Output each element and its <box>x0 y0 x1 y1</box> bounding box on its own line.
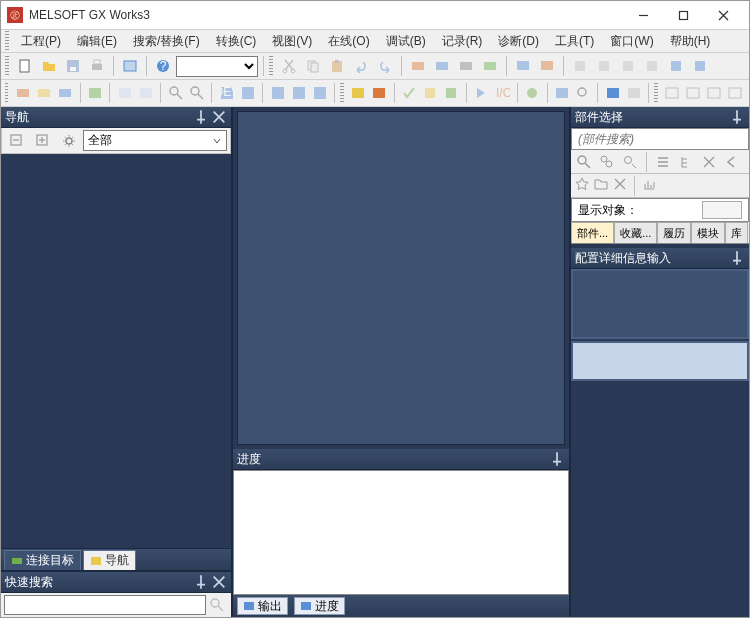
find-button[interactable] <box>166 82 185 104</box>
tb2-btn-6[interactable] <box>136 82 155 104</box>
collapse-all-button[interactable] <box>5 130 29 152</box>
star-icon[interactable] <box>574 176 590 195</box>
param-btn[interactable] <box>522 82 541 104</box>
settings-button[interactable] <box>57 130 81 152</box>
list-view-icon[interactable] <box>653 152 673 172</box>
menu-help[interactable]: 帮助(H) <box>663 30 718 53</box>
win-btn-3[interactable] <box>705 82 724 104</box>
tool-button-1[interactable] <box>569 55 591 77</box>
check-btn-2[interactable] <box>421 82 440 104</box>
step-btn-1[interactable] <box>472 82 491 104</box>
menu-convert[interactable]: 转换(C) <box>209 30 264 53</box>
open-button[interactable] <box>38 55 60 77</box>
menu-edit[interactable]: 编辑(E) <box>70 30 124 53</box>
parts-tab-lib[interactable]: 库 <box>725 222 748 243</box>
check-btn-3[interactable] <box>442 82 461 104</box>
prev-icon[interactable] <box>722 152 742 172</box>
close-icon[interactable] <box>699 152 719 172</box>
dev-btn-1[interactable]: DEV <box>217 82 236 104</box>
close-button[interactable] <box>703 4 743 26</box>
menu-tools[interactable]: 工具(T) <box>548 30 601 53</box>
quick-search-input[interactable] <box>4 595 206 615</box>
find-prev-icon[interactable] <box>620 152 640 172</box>
menu-debug[interactable]: 调试(B) <box>379 30 433 53</box>
expand-all-button[interactable] <box>31 130 55 152</box>
cut-button[interactable] <box>278 55 300 77</box>
find-all-icon[interactable] <box>597 152 617 172</box>
pin-icon[interactable] <box>729 109 745 125</box>
print-button[interactable] <box>86 55 108 77</box>
monitor-write-button[interactable] <box>536 55 558 77</box>
tb2-btn-4[interactable] <box>85 82 104 104</box>
tb2-btn-2[interactable] <box>34 82 53 104</box>
pin-icon[interactable] <box>549 451 565 467</box>
nav-filter-combo[interactable]: 全部 <box>83 130 227 151</box>
module-button[interactable] <box>119 55 141 77</box>
pin-icon[interactable] <box>193 109 209 125</box>
editor-canvas[interactable] <box>237 111 565 445</box>
parts-tab-module[interactable]: 模块 <box>691 222 725 243</box>
parts-search-input[interactable] <box>572 129 748 149</box>
config-detail-box[interactable] <box>571 269 749 339</box>
tool-button-2[interactable] <box>593 55 615 77</box>
win-btn-4[interactable] <box>726 82 745 104</box>
folder-icon[interactable] <box>593 176 609 195</box>
monitor-button[interactable] <box>512 55 534 77</box>
pin-icon[interactable] <box>729 250 745 266</box>
paste-button[interactable] <box>326 55 348 77</box>
save-button[interactable] <box>62 55 84 77</box>
help-search-combo[interactable] <box>176 56 258 77</box>
tb2-btn-3[interactable] <box>56 82 75 104</box>
chart-icon[interactable] <box>641 176 657 195</box>
menu-search[interactable]: 搜索/替换(F) <box>126 30 207 53</box>
remote-button[interactable] <box>479 55 501 77</box>
undo-button[interactable] <box>350 55 372 77</box>
menu-view[interactable]: 视图(V) <box>265 30 319 53</box>
sim-btn-2[interactable] <box>370 82 389 104</box>
help-button[interactable]: ? <box>152 55 174 77</box>
sim-btn-1[interactable] <box>349 82 368 104</box>
menu-window[interactable]: 窗口(W) <box>603 30 660 53</box>
layout-btn-1[interactable] <box>603 82 622 104</box>
menu-record[interactable]: 记录(R) <box>435 30 490 53</box>
parts-tab-history[interactable]: 履历 <box>657 222 691 243</box>
tab-output[interactable]: 输出 <box>237 597 288 615</box>
zoom-btn[interactable] <box>573 82 592 104</box>
tool-button-5[interactable] <box>665 55 687 77</box>
tb2-btn-1[interactable] <box>13 82 32 104</box>
tool-button-6[interactable] <box>689 55 711 77</box>
step-btn-2[interactable]: I/O <box>493 82 512 104</box>
win-btn-2[interactable] <box>684 82 703 104</box>
delete-icon[interactable] <box>612 176 628 195</box>
dev-btn-2[interactable] <box>238 82 257 104</box>
menu-diagnose[interactable]: 诊断(D) <box>491 30 546 53</box>
find-next-button[interactable] <box>187 82 206 104</box>
new-button[interactable] <box>14 55 36 77</box>
pin-icon[interactable] <box>193 574 209 590</box>
find-icon[interactable] <box>574 152 594 172</box>
write-plc-button[interactable] <box>407 55 429 77</box>
close-icon[interactable] <box>211 109 227 125</box>
tab-progress[interactable]: 进度 <box>294 597 345 615</box>
menu-online[interactable]: 在线(O) <box>321 30 376 53</box>
nav-tree[interactable] <box>1 154 231 548</box>
menu-project[interactable]: 工程(P) <box>14 30 68 53</box>
maximize-button[interactable] <box>663 4 703 26</box>
tool-button-3[interactable] <box>617 55 639 77</box>
parts-tab-parts[interactable]: 部件... <box>571 222 614 243</box>
config-input-box[interactable] <box>571 341 749 381</box>
check-btn-1[interactable] <box>400 82 419 104</box>
view-btn-1[interactable] <box>552 82 571 104</box>
close-icon[interactable] <box>211 574 227 590</box>
verify-plc-button[interactable] <box>455 55 477 77</box>
dev-btn-5[interactable] <box>310 82 329 104</box>
dev-btn-3[interactable] <box>268 82 287 104</box>
progress-body[interactable] <box>233 470 569 595</box>
parts-tab-fav[interactable]: 收藏... <box>614 222 657 243</box>
tree-view-icon[interactable] <box>676 152 696 172</box>
redo-button[interactable] <box>374 55 396 77</box>
tool-button-4[interactable] <box>641 55 663 77</box>
read-plc-button[interactable] <box>431 55 453 77</box>
qs-search-button[interactable] <box>206 594 228 616</box>
display-target-field[interactable] <box>702 201 742 219</box>
